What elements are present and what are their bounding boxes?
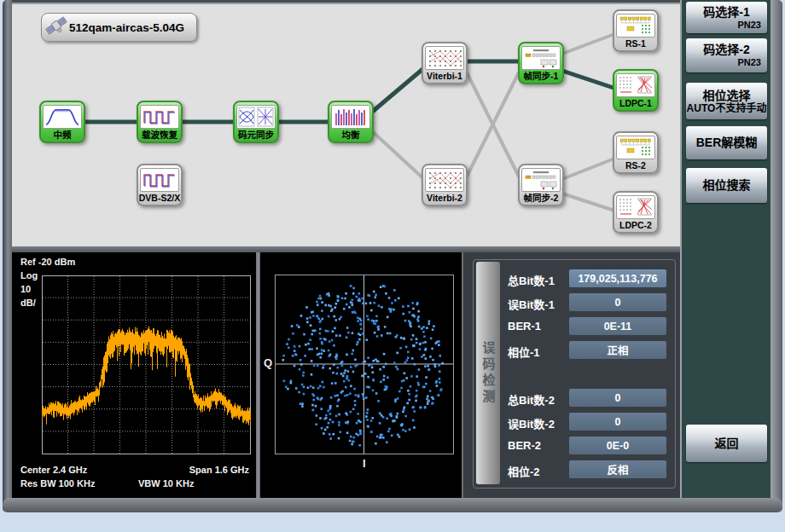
squarewave-icon — [140, 105, 179, 129]
spectrum-unit-label: dB/ — [20, 298, 36, 308]
equalizer-icon — [331, 105, 370, 129]
flow-node-fs1[interactable]: 帧同步-1 — [518, 42, 564, 84]
ldpc-icon — [616, 73, 655, 97]
ber-value-field: 反相 — [569, 460, 666, 478]
ber-panel-title: 误码检测 — [480, 341, 497, 406]
sidebar-button-label: 码选择-1 — [686, 5, 767, 20]
flow-node-label: LDPC-2 — [619, 219, 652, 232]
ber-value-field: 0E-11 — [569, 317, 666, 335]
flow-node-label: Viterbi-1 — [427, 70, 462, 83]
ber-row-label: 误Bit数-1 — [508, 296, 555, 312]
spectrum-vbw-label: VBW 10 KHz — [138, 478, 194, 489]
ber-value-field: 0E-0 — [569, 437, 666, 454]
flow-node-rs2[interactable]: RS-2 — [613, 131, 659, 174]
trellis-icon — [425, 46, 464, 70]
bandpass-icon — [43, 105, 82, 129]
ber-row-label: BER-2 — [508, 439, 541, 452]
ber-value-field: 0 — [569, 413, 666, 431]
ber-panel: 误码检测 总Bit数-1179,025,113,776误Bit数-10BER-1… — [462, 252, 680, 498]
sidebar-button-label: BER解模糊 — [686, 136, 767, 150]
spectrum-ref-label: Ref -20 dBm — [20, 257, 75, 267]
ber-row-label: 相位-2 — [508, 463, 540, 479]
flow-node-ldpc1[interactable]: LDPC-1 — [613, 69, 659, 112]
flow-node-vit2[interactable]: Viterbi-2 — [422, 164, 468, 206]
ber-value-field: 正相 — [569, 341, 666, 359]
flow-node-label: Viterbi-2 — [427, 192, 462, 205]
flow-node-symsync[interactable]: 码元同步 — [233, 101, 279, 143]
sidebar-button-label: 相位选择 — [686, 89, 767, 103]
frame-icon — [521, 46, 561, 70]
flow-node-dvb[interactable]: DVB-S2/X — [137, 164, 183, 206]
sidebar: 码选择-1PN23码选择-2PN23相位选择AUTO不支持手动BER解模糊相位搜… — [680, 0, 770, 498]
flow-node-label: LDPC-1 — [619, 97, 652, 110]
flow-node-fs2[interactable]: 帧同步-2 — [518, 164, 564, 206]
ldpc-icon — [616, 195, 655, 219]
trellis-icon — [425, 168, 464, 192]
flow-node-label: RS-1 — [625, 38, 646, 50]
flow-node-label: 均衡 — [342, 129, 360, 142]
ber-row-label: 误Bit数-2 — [508, 415, 555, 431]
eye-icon — [236, 105, 276, 129]
ber-row-label: 相位-1 — [508, 344, 540, 360]
ber-value-field: 0 — [569, 389, 666, 407]
sidebar-button-sublabel: PN23 — [686, 57, 767, 68]
window-frame-right — [770, 0, 782, 512]
ber-row-label: 总Bit数-2 — [508, 391, 555, 408]
sidebar-button-5[interactable]: 相位搜索 — [686, 168, 767, 203]
rs-icon — [616, 136, 655, 159]
ber-row-label: 总Bit数-1 — [508, 272, 555, 288]
spectrum-panel: Ref -20 dBm Log 10 dB/ Center 2.4 GHz Sp… — [12, 252, 256, 498]
sidebar-button-sublabel: PN23 — [686, 20, 767, 31]
horizontal-divider — [12, 246, 680, 252]
window-frame-bottom — [3, 498, 782, 512]
sidebar-button-4[interactable]: BER解模糊 — [686, 126, 767, 159]
satellite-icon — [45, 14, 67, 40]
spectrum-rbw-label: Res BW 100 KHz — [20, 478, 95, 489]
app-window: 中频载波恢复码元同步均衡DVB-S2/XViterbi-1Viterbi-2帧同… — [0, 0, 785, 532]
flow-node-if[interactable]: 中频 — [39, 101, 85, 143]
constellation-plot — [275, 275, 455, 455]
sidebar-button-6[interactable]: 返回 — [686, 425, 767, 462]
flow-node-label: 帧同步-1 — [524, 70, 559, 83]
flow-node-label: 载波恢复 — [142, 129, 177, 142]
signal-title-label: 512qam-aircas-5.04G — [69, 21, 184, 34]
window-frame-left — [3, 0, 12, 512]
spectrum-trace — [43, 327, 251, 425]
signal-title-button[interactable]: 512qam-aircas-5.04G — [41, 13, 197, 42]
flow-node-label: DVB-S2/X — [139, 192, 180, 205]
ber-value-field: 0 — [569, 293, 666, 311]
flow-node-ldpc2[interactable]: LDPC-2 — [613, 191, 659, 234]
sidebar-button-label: 返回 — [686, 437, 767, 451]
spectrum-scale-label: 10 — [20, 284, 31, 294]
flow-node-label: 码元同步 — [238, 129, 274, 142]
constellation-panel: Q I — [260, 252, 462, 498]
spectrum-center-label: Center 2.4 GHz — [20, 465, 87, 475]
i-axis-label: I — [363, 457, 366, 470]
sidebar-button-3[interactable]: 相位选择AUTO不支持手动 — [686, 83, 767, 119]
ber-row-label: BER-1 — [508, 320, 541, 332]
flow-node-rs1[interactable]: RS-1 — [613, 9, 659, 52]
frame-icon — [521, 168, 561, 192]
flow-node-label: 中频 — [54, 129, 72, 142]
flow-node-eq[interactable]: 均衡 — [328, 101, 374, 143]
flow-node-label: 帧同步-2 — [524, 192, 559, 205]
ber-value-field: 179,025,113,776 — [569, 269, 666, 287]
flow-node-vit1[interactable]: Viterbi-1 — [422, 42, 468, 84]
sidebar-button-sublabel: AUTO不支持手动 — [686, 103, 767, 114]
sidebar-button-label: 相位搜索 — [686, 178, 767, 193]
spectrum-plot — [42, 275, 251, 454]
sidebar-button-2[interactable]: 码选择-2PN23 — [686, 38, 767, 72]
spectrum-log-label: Log — [20, 270, 38, 280]
q-axis-label: Q — [264, 356, 272, 369]
sidebar-button-1[interactable]: 码选择-1PN23 — [686, 2, 767, 33]
spectrum-span-label: Span 1.6 GHz — [189, 465, 249, 475]
flow-node-carrier[interactable]: 载波恢复 — [137, 101, 183, 143]
rs-icon — [616, 14, 655, 38]
ber-panel-title-tab: 误码检测 — [476, 262, 500, 484]
sidebar-button-label: 码选择-2 — [686, 43, 767, 57]
flow-node-label: RS-2 — [625, 159, 646, 172]
squarewave-icon — [140, 168, 179, 192]
